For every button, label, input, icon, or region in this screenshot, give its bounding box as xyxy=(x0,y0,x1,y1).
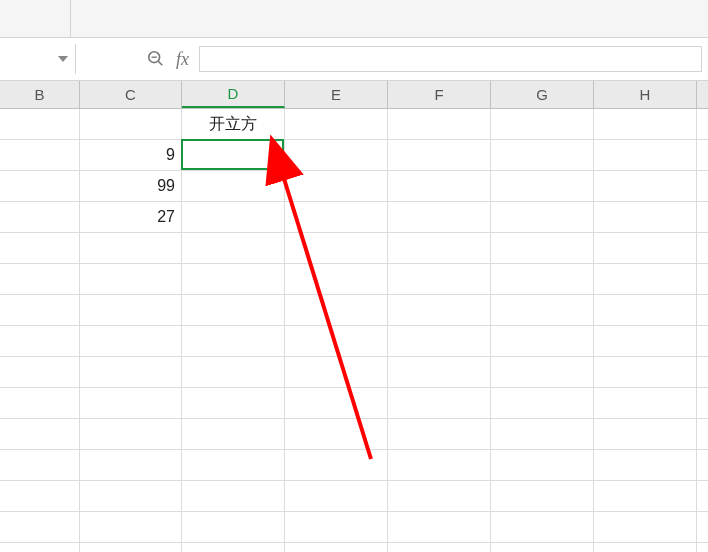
cell-B3[interactable] xyxy=(0,171,80,201)
cell-C12[interactable] xyxy=(80,450,182,480)
cell-F15[interactable] xyxy=(388,543,491,552)
cell-B6[interactable] xyxy=(0,264,80,294)
cell-E11[interactable] xyxy=(285,419,388,449)
cell-G5[interactable] xyxy=(491,233,594,263)
cell-H13[interactable] xyxy=(594,481,697,511)
cell-E5[interactable] xyxy=(285,233,388,263)
cell-D1[interactable]: 开立方 xyxy=(182,109,285,139)
cell-B5[interactable] xyxy=(0,233,80,263)
chevron-down-icon[interactable] xyxy=(58,56,68,62)
cell-E1[interactable] xyxy=(285,109,388,139)
cell-H9[interactable] xyxy=(594,357,697,387)
cell-B11[interactable] xyxy=(0,419,80,449)
cell-B1[interactable] xyxy=(0,109,80,139)
cell-H12[interactable] xyxy=(594,450,697,480)
cell-E14[interactable] xyxy=(285,512,388,542)
cell-D14[interactable] xyxy=(182,512,285,542)
spreadsheet-grid[interactable]: 开立方99927 xyxy=(0,109,708,552)
column-header-D[interactable]: D xyxy=(182,81,285,108)
cell-E13[interactable] xyxy=(285,481,388,511)
cell-C11[interactable] xyxy=(80,419,182,449)
cell-H14[interactable] xyxy=(594,512,697,542)
cell-D4[interactable] xyxy=(182,202,285,232)
cell-F1[interactable] xyxy=(388,109,491,139)
cell-H2[interactable] xyxy=(594,140,697,170)
cell-D10[interactable] xyxy=(182,388,285,418)
cell-G2[interactable] xyxy=(491,140,594,170)
zoom-icon[interactable] xyxy=(146,49,166,69)
cell-E4[interactable] xyxy=(285,202,388,232)
column-header-G[interactable]: G xyxy=(491,81,594,108)
column-header-B[interactable]: B xyxy=(0,81,80,108)
fx-icon[interactable]: fx xyxy=(176,49,189,70)
cell-G3[interactable] xyxy=(491,171,594,201)
cell-F6[interactable] xyxy=(388,264,491,294)
cell-C8[interactable] xyxy=(80,326,182,356)
cell-B4[interactable] xyxy=(0,202,80,232)
cell-H15[interactable] xyxy=(594,543,697,552)
cell-C4[interactable]: 27 xyxy=(80,202,182,232)
cell-H7[interactable] xyxy=(594,295,697,325)
cell-B7[interactable] xyxy=(0,295,80,325)
cell-F4[interactable] xyxy=(388,202,491,232)
cell-D11[interactable] xyxy=(182,419,285,449)
cell-E9[interactable] xyxy=(285,357,388,387)
cell-G10[interactable] xyxy=(491,388,594,418)
column-header-C[interactable]: C xyxy=(80,81,182,108)
cell-F3[interactable] xyxy=(388,171,491,201)
cell-C10[interactable] xyxy=(80,388,182,418)
name-box[interactable] xyxy=(0,44,76,74)
formula-input[interactable] xyxy=(199,46,702,72)
cell-G12[interactable] xyxy=(491,450,594,480)
cell-F7[interactable] xyxy=(388,295,491,325)
cell-F2[interactable] xyxy=(388,140,491,170)
cell-H4[interactable] xyxy=(594,202,697,232)
cell-C7[interactable] xyxy=(80,295,182,325)
cell-G14[interactable] xyxy=(491,512,594,542)
cell-D8[interactable] xyxy=(182,326,285,356)
cell-G6[interactable] xyxy=(491,264,594,294)
cell-C6[interactable] xyxy=(80,264,182,294)
cell-G9[interactable] xyxy=(491,357,594,387)
cell-D13[interactable] xyxy=(182,481,285,511)
cell-G15[interactable] xyxy=(491,543,594,552)
cell-D3[interactable] xyxy=(182,171,285,201)
cell-D7[interactable] xyxy=(182,295,285,325)
cell-E10[interactable] xyxy=(285,388,388,418)
cell-H5[interactable] xyxy=(594,233,697,263)
column-header-F[interactable]: F xyxy=(388,81,491,108)
cell-F13[interactable] xyxy=(388,481,491,511)
cell-F12[interactable] xyxy=(388,450,491,480)
cell-F10[interactable] xyxy=(388,388,491,418)
cell-C1[interactable] xyxy=(80,109,182,139)
cell-H6[interactable] xyxy=(594,264,697,294)
cell-B8[interactable] xyxy=(0,326,80,356)
cell-C2[interactable]: 9 xyxy=(80,140,182,170)
cell-C14[interactable] xyxy=(80,512,182,542)
cell-C9[interactable] xyxy=(80,357,182,387)
cell-G13[interactable] xyxy=(491,481,594,511)
cell-H10[interactable] xyxy=(594,388,697,418)
cell-B2[interactable] xyxy=(0,140,80,170)
cell-C13[interactable] xyxy=(80,481,182,511)
cell-E8[interactable] xyxy=(285,326,388,356)
cell-B14[interactable] xyxy=(0,512,80,542)
cell-E6[interactable] xyxy=(285,264,388,294)
cell-G11[interactable] xyxy=(491,419,594,449)
column-header-E[interactable]: E xyxy=(285,81,388,108)
cell-B9[interactable] xyxy=(0,357,80,387)
cell-C5[interactable] xyxy=(80,233,182,263)
cell-C15[interactable] xyxy=(80,543,182,552)
cell-D5[interactable] xyxy=(182,233,285,263)
cell-B12[interactable] xyxy=(0,450,80,480)
cell-B10[interactable] xyxy=(0,388,80,418)
cell-E2[interactable] xyxy=(285,140,388,170)
cell-E7[interactable] xyxy=(285,295,388,325)
cell-D9[interactable] xyxy=(182,357,285,387)
cell-E12[interactable] xyxy=(285,450,388,480)
cell-H3[interactable] xyxy=(594,171,697,201)
cell-C3[interactable]: 99 xyxy=(80,171,182,201)
cell-E15[interactable] xyxy=(285,543,388,552)
cell-D6[interactable] xyxy=(182,264,285,294)
cell-F8[interactable] xyxy=(388,326,491,356)
